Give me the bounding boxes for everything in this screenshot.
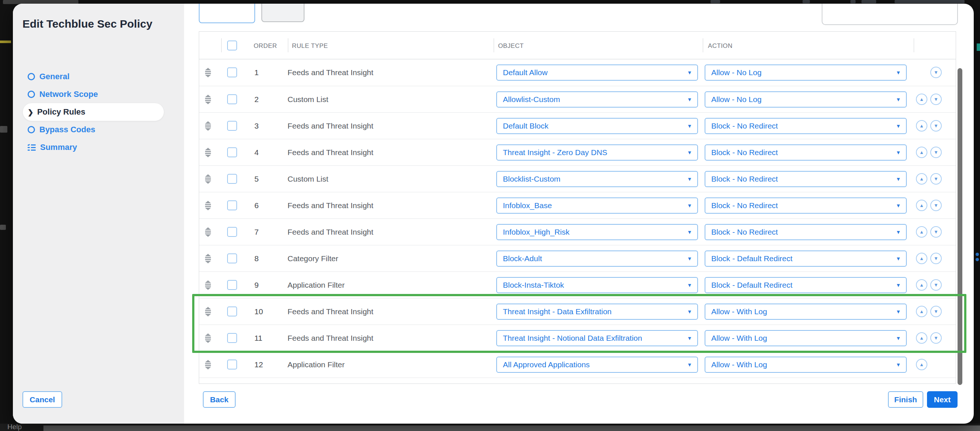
- move-up-button[interactable]: ▲: [916, 359, 928, 370]
- object-dropdown[interactable]: Default Allow ▼: [496, 64, 698, 81]
- move-up-button[interactable]: ▲: [916, 306, 928, 317]
- object-dropdown[interactable]: Blocklist-Custom ▼: [496, 171, 698, 187]
- cut-off-toolbar-button-secondary[interactable]: [261, 4, 304, 22]
- action-dropdown[interactable]: Allow - No Log ▼: [705, 91, 907, 108]
- drag-handle-icon[interactable]: [205, 280, 211, 290]
- action-dropdown[interactable]: Block - No Redirect ▼: [705, 224, 907, 240]
- action-dropdown[interactable]: Block - No Redirect ▼: [705, 171, 907, 187]
- background-toolbar-fragment: [803, 0, 810, 3]
- caret-down-icon: ▼: [896, 282, 901, 288]
- object-dropdown[interactable]: Allowlist-Custom ▼: [496, 91, 698, 108]
- move-up-button[interactable]: ▲: [916, 147, 928, 158]
- drag-handle-icon[interactable]: [205, 307, 211, 316]
- row-checkbox[interactable]: [227, 333, 237, 343]
- drag-handle-icon[interactable]: [205, 174, 211, 184]
- row-checkbox[interactable]: [227, 200, 237, 210]
- caret-down-icon: ▼: [896, 123, 901, 129]
- finish-button[interactable]: Finish: [888, 391, 923, 408]
- cancel-button[interactable]: Cancel: [22, 391, 62, 408]
- action-dropdown[interactable]: Block - No Redirect ▼: [705, 144, 907, 161]
- move-down-button[interactable]: ▼: [930, 226, 942, 238]
- drag-handle-icon[interactable]: [205, 360, 211, 369]
- next-button[interactable]: Next: [927, 391, 958, 408]
- row-checkbox[interactable]: [227, 94, 237, 104]
- action-dropdown[interactable]: Block - Default Redirect ▼: [705, 251, 907, 267]
- header-divider: [494, 38, 494, 52]
- move-down-button[interactable]: ▼: [930, 173, 942, 185]
- move-down-button[interactable]: ▼: [930, 120, 942, 131]
- drag-handle-icon[interactable]: [205, 201, 211, 210]
- move-up-button[interactable]: ▲: [916, 94, 928, 105]
- action-dropdown[interactable]: Block - No Redirect ▼: [705, 118, 907, 134]
- row-checkbox[interactable]: [227, 359, 237, 369]
- drag-handle-icon[interactable]: [205, 227, 211, 237]
- move-down-button[interactable]: ▼: [930, 253, 942, 264]
- action-dropdown[interactable]: Block - Default Redirect ▼: [705, 277, 907, 293]
- move-up-button[interactable]: ▲: [916, 279, 928, 291]
- caret-down-icon: ▼: [896, 362, 901, 368]
- row-checkbox[interactable]: [227, 121, 237, 131]
- sidebar-item-summary[interactable]: Summary: [13, 139, 184, 156]
- sidebar-item-label: Bypass Codes: [40, 125, 95, 134]
- move-down-button[interactable]: ▼: [930, 200, 942, 211]
- cut-off-toolbar-button-primary[interactable]: [199, 4, 255, 23]
- object-dropdown[interactable]: Infoblox_High_Risk ▼: [496, 224, 698, 240]
- cut-off-search-input[interactable]: [822, 4, 958, 25]
- back-button[interactable]: Back: [203, 391, 235, 408]
- drag-handle-icon[interactable]: [205, 121, 211, 131]
- table-vertical-scrollbar[interactable]: [958, 68, 963, 385]
- sidebar-item-policy-rules[interactable]: ❯ Policy Rules: [23, 103, 164, 121]
- move-up-button[interactable]: ▲: [916, 200, 928, 211]
- object-dropdown[interactable]: Block-Adult ▼: [496, 251, 698, 267]
- move-down-button[interactable]: ▼: [930, 94, 942, 105]
- sidebar-item-general[interactable]: General: [13, 68, 184, 85]
- move-down-button[interactable]: ▼: [930, 306, 942, 317]
- move-down-button[interactable]: ▼: [930, 279, 942, 291]
- drag-handle-icon[interactable]: [205, 254, 211, 263]
- action-dropdown[interactable]: Allow - With Log ▼: [705, 330, 907, 346]
- sidebar-item-bypass-codes[interactable]: Bypass Codes: [13, 121, 184, 139]
- drag-handle-icon[interactable]: [205, 148, 211, 157]
- drag-handle-icon[interactable]: [205, 334, 211, 343]
- action-dropdown-value: Block - No Redirect: [711, 148, 778, 157]
- select-all-checkbox[interactable]: [227, 40, 237, 51]
- policy-rule-row: 12 Application Filter All Approved Appli…: [199, 351, 956, 378]
- drag-handle-icon[interactable]: [205, 95, 211, 104]
- move-down-button[interactable]: ▼: [930, 147, 942, 158]
- object-dropdown[interactable]: Infoblox_Base ▼: [496, 198, 698, 214]
- row-checkbox[interactable]: [227, 67, 237, 77]
- drag-handle-icon[interactable]: [205, 68, 211, 77]
- action-dropdown[interactable]: Allow - No Log ▼: [705, 64, 907, 81]
- move-up-button[interactable]: ▲: [916, 226, 928, 238]
- move-down-button[interactable]: ▼: [930, 332, 942, 344]
- action-dropdown[interactable]: Allow - With Log ▼: [705, 303, 907, 320]
- policy-rule-row: 8 Category Filter Block-Adult ▼ Block - …: [199, 245, 956, 271]
- row-checkbox[interactable]: [227, 174, 237, 184]
- object-dropdown[interactable]: Threat Insight - Notional Data Exfiltrat…: [496, 330, 698, 346]
- row-checkbox[interactable]: [227, 254, 237, 263]
- row-checkbox[interactable]: [227, 227, 237, 237]
- help-link[interactable]: Help: [7, 423, 22, 431]
- row-checkbox[interactable]: [227, 147, 237, 157]
- object-dropdown[interactable]: Threat Insight - Data Exfiltration ▼: [496, 303, 698, 320]
- row-checkbox[interactable]: [227, 280, 237, 290]
- move-up-button[interactable]: ▲: [916, 253, 928, 264]
- object-dropdown[interactable]: Threat Insight - Zero Day DNS ▼: [496, 144, 698, 161]
- object-dropdown[interactable]: Default Block ▼: [496, 118, 698, 134]
- move-down-button[interactable]: ▼: [930, 67, 942, 78]
- action-dropdown[interactable]: Block - No Redirect ▼: [705, 198, 907, 214]
- object-dropdown[interactable]: All Approved Applications ▼: [496, 357, 698, 373]
- row-checkbox[interactable]: [227, 306, 237, 316]
- caret-down-icon: ▼: [896, 309, 901, 314]
- move-up-button[interactable]: ▲: [916, 173, 928, 185]
- object-dropdown[interactable]: Block-Insta-Tiktok ▼: [496, 277, 698, 293]
- sidebar-item-network-scope[interactable]: Network Scope: [13, 85, 184, 103]
- rule-order: 1: [255, 68, 259, 77]
- action-dropdown[interactable]: Allow - With Log ▼: [705, 357, 907, 373]
- move-up-button[interactable]: ▲: [916, 332, 928, 344]
- move-up-button[interactable]: ▲: [916, 120, 928, 131]
- background-horizontal-scrollbar[interactable]: [43, 425, 980, 431]
- object-dropdown-value: Threat Insight - Zero Day DNS: [503, 148, 608, 157]
- rule-order: 7: [255, 228, 259, 236]
- policy-rule-row: 6 Feeds and Threat Insight Infoblox_Base…: [199, 192, 956, 219]
